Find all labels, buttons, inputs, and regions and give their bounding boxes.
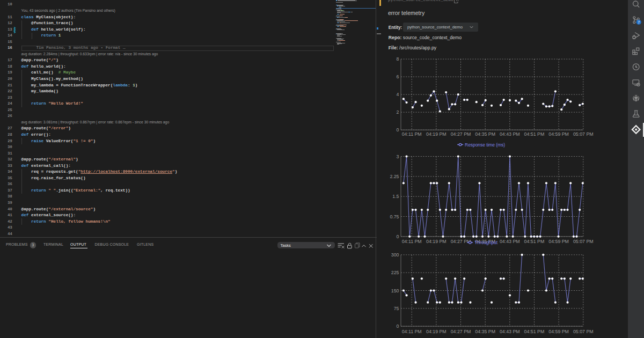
- svg-text:0: 0: [397, 127, 399, 133]
- svg-text:04:59 PM: 04:59 PM: [548, 329, 569, 334]
- svg-text:04:43 PM: 04:43 PM: [500, 239, 520, 244]
- svg-text:04:27 PM: 04:27 PM: [451, 131, 471, 137]
- svg-text:04:51 PM: 04:51 PM: [524, 131, 545, 137]
- svg-text:2: 2: [397, 109, 399, 115]
- svg-text:0: 0: [397, 324, 399, 329]
- svg-text:04:11 PM: 04:11 PM: [402, 239, 422, 244]
- svg-text:0: 0: [397, 234, 399, 239]
- svg-text:04:19 PM: 04:19 PM: [426, 329, 447, 334]
- svg-text:225: 225: [391, 270, 399, 275]
- svg-text:04:27 PM: 04:27 PM: [451, 239, 471, 244]
- svg-text:300: 300: [391, 252, 399, 258]
- svg-text:1.5: 1.5: [392, 194, 399, 199]
- svg-text:05:07 PM: 05:07 PM: [573, 131, 594, 137]
- svg-text:04:35 PM: 04:35 PM: [475, 131, 495, 137]
- svg-text:4: 4: [397, 92, 399, 97]
- svg-text:04:19 PM: 04:19 PM: [426, 131, 447, 137]
- svg-text:04:59 PM: 04:59 PM: [548, 239, 569, 244]
- svg-text:2.25: 2.25: [390, 174, 399, 179]
- svg-text:150: 150: [391, 288, 399, 293]
- svg-text:04:43 PM: 04:43 PM: [500, 131, 520, 137]
- svg-text:04:19 PM: 04:19 PM: [426, 239, 447, 244]
- svg-text:0.75: 0.75: [390, 214, 399, 219]
- svg-text:Throughput: Throughput: [474, 240, 498, 245]
- svg-text:04:11 PM: 04:11 PM: [402, 329, 422, 334]
- svg-text:04:35 PM: 04:35 PM: [475, 329, 495, 334]
- svg-text:3: 3: [397, 154, 399, 159]
- svg-text:05:07 PM: 05:07 PM: [573, 239, 594, 244]
- svg-text:8: 8: [397, 56, 399, 62]
- svg-text:04:51 PM: 04:51 PM: [524, 329, 545, 334]
- svg-text:05:07 PM: 05:07 PM: [573, 329, 594, 334]
- svg-text:04:11 PM: 04:11 PM: [402, 131, 422, 137]
- svg-text:04:27 PM: 04:27 PM: [451, 329, 471, 334]
- svg-text:75: 75: [394, 306, 399, 311]
- svg-text:6: 6: [397, 74, 399, 79]
- svg-text:Response time (ms): Response time (ms): [465, 142, 505, 148]
- svg-text:04:43 PM: 04:43 PM: [500, 329, 520, 334]
- svg-text:04:51 PM: 04:51 PM: [524, 239, 545, 244]
- svg-text:7: 7: [638, 20, 640, 24]
- svg-text:04:59 PM: 04:59 PM: [548, 131, 569, 137]
